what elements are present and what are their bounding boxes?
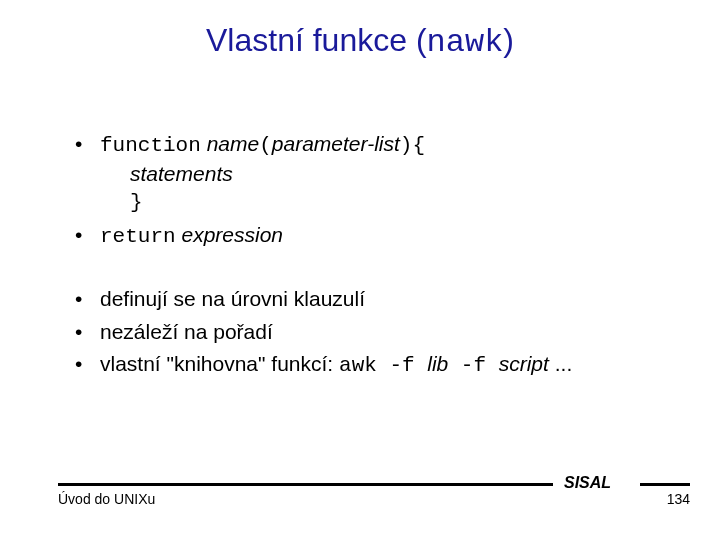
- statements: statements: [100, 160, 675, 188]
- page-number: 134: [667, 491, 690, 507]
- rparen-brace: ){: [400, 134, 425, 157]
- code-fragment: -f: [448, 354, 498, 377]
- code-fragment: awk -f: [339, 354, 427, 377]
- list-item: function name(parameter-list){ statement…: [70, 130, 675, 217]
- title-pre: Vlastní funkce (: [206, 22, 427, 58]
- footer-brand: SISAL: [558, 474, 617, 492]
- bullet-list: function name(parameter-list){ statement…: [70, 130, 675, 251]
- title-mono: nawk: [427, 24, 504, 61]
- lparen: (: [259, 134, 272, 157]
- bullet-list-2: definují se na úrovni klauzulí nezáleží …: [70, 285, 675, 380]
- text-pre: vlastní "knihovna" funkcí:: [100, 352, 339, 375]
- func-name: name: [201, 132, 259, 155]
- footer-left: Úvod do UNIXu: [58, 491, 155, 507]
- arg-lib: lib: [427, 352, 448, 375]
- list-item: nezáleží na pořadí: [70, 318, 675, 346]
- return-expr: expression: [176, 223, 283, 246]
- list-item: return expression: [70, 221, 675, 251]
- spacer: [70, 255, 675, 285]
- keyword-function: function: [100, 134, 201, 157]
- footer: SISAL Úvod do UNIXu 134: [58, 475, 690, 515]
- text: definují se na úrovni klauzulí: [100, 287, 365, 310]
- keyword-return: return: [100, 225, 176, 248]
- divider: [640, 483, 690, 486]
- arg-script: script: [499, 352, 549, 375]
- divider: [58, 483, 553, 486]
- list-item: definují se na úrovni klauzulí: [70, 285, 675, 313]
- text: nezáleží na pořadí: [100, 320, 273, 343]
- page-title: Vlastní funkce (nawk): [0, 22, 720, 61]
- close-brace: }: [100, 189, 675, 217]
- slide-body: function name(parameter-list){ statement…: [70, 130, 675, 384]
- text-post: ...: [549, 352, 572, 375]
- slide: Vlastní funkce (nawk) function name(para…: [0, 0, 720, 540]
- title-post: ): [503, 22, 514, 58]
- param-list: parameter-list: [272, 132, 400, 155]
- list-item: vlastní "knihovna" funkcí: awk -f lib -f…: [70, 350, 675, 380]
